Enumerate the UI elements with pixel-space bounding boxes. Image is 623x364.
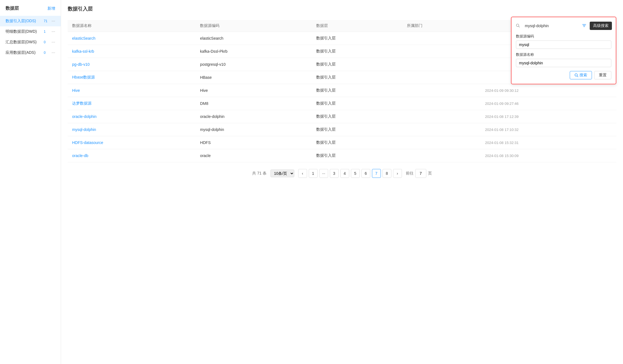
cell-datasource-code: kafka-Dssl-Pkrb bbox=[196, 45, 312, 58]
pagination-total: 共 71 条 bbox=[252, 171, 266, 176]
goto-label: 前往 bbox=[406, 171, 414, 176]
main-content: 数据引入层 bbox=[61, 0, 623, 364]
cell-dept bbox=[402, 71, 481, 84]
cell-datasource-code: HBase bbox=[196, 71, 312, 84]
page-5-button[interactable]: 5 bbox=[351, 169, 360, 178]
table-row: HDFS-datasourceHDFS数据引入层2024-01-08 15:32… bbox=[68, 136, 616, 149]
page-size-select[interactable]: 10条/页 20条/页 50条/页 bbox=[270, 170, 294, 177]
sidebar-item-dws-label: 汇总数据层(DWS) bbox=[6, 40, 37, 45]
page-ellipsis-button: ··· bbox=[319, 169, 328, 178]
table-row: mysql-dolphinmysql-dolphin数据引入层2024-01-0… bbox=[68, 123, 616, 136]
sidebar-add-button[interactable]: 新增 bbox=[47, 6, 55, 11]
sidebar-item-ads-more[interactable]: ··· bbox=[52, 50, 55, 55]
table-row: oracle-dolphinoracle-dolphin数据引入层2024-01… bbox=[68, 110, 616, 123]
cell-layer: 数据引入层 bbox=[312, 58, 402, 71]
sidebar-item-ods[interactable]: 数据引入层(ODS) 71 ··· bbox=[0, 16, 61, 26]
sidebar-item-dws[interactable]: 汇总数据层(DWS) 0 ··· bbox=[0, 37, 61, 47]
sidebar-item-dwd-label: 明细数据层(DWD) bbox=[6, 29, 37, 34]
sidebar-item-dws-more[interactable]: ··· bbox=[52, 40, 55, 45]
page-title: 数据引入层 bbox=[68, 6, 616, 12]
cell-time: 2024-01-08 17:12:39 bbox=[481, 110, 616, 123]
cell-layer: 数据引入层 bbox=[312, 123, 402, 136]
panel-actions: 搜索 重置 bbox=[516, 71, 611, 79]
page-6-button[interactable]: 6 bbox=[361, 169, 370, 178]
cell-datasource-code: oracle-dolphin bbox=[196, 110, 312, 123]
panel-top-row: 高级搜索 bbox=[516, 22, 611, 30]
advanced-search-button[interactable]: 高级搜索 bbox=[590, 22, 612, 30]
sidebar-item-dwd[interactable]: 明细数据层(DWD) 1 ··· bbox=[0, 26, 61, 37]
cell-datasource-name[interactable]: Hive bbox=[68, 84, 196, 97]
cell-dept bbox=[402, 84, 481, 97]
advanced-search-panel: 高级搜索 数据源编码 数据源名称 搜索 重置 bbox=[511, 17, 616, 84]
sidebar-item-dwd-badge: 1 bbox=[44, 30, 49, 34]
col-header-code: 数据源编码 bbox=[196, 20, 312, 32]
sidebar-item-ods-badge: 71 bbox=[44, 19, 49, 23]
cell-layer: 数据引入层 bbox=[312, 84, 402, 97]
datasource-code-input[interactable] bbox=[516, 41, 611, 49]
datasource-name-input[interactable] bbox=[516, 59, 611, 67]
cell-dept bbox=[402, 123, 481, 136]
svg-line-1 bbox=[519, 26, 520, 27]
cell-layer: 数据引入层 bbox=[312, 45, 402, 58]
cell-datasource-name[interactable]: 达梦数据源 bbox=[68, 97, 196, 110]
datasource-code-label: 数据源编码 bbox=[516, 34, 611, 39]
cell-dept bbox=[402, 45, 481, 58]
table-row: 达梦数据源DM8数据引入层2024-01-09 09:27:46 bbox=[68, 97, 616, 110]
page-7-button[interactable]: 7 bbox=[372, 169, 381, 178]
panel-reset-button[interactable]: 重置 bbox=[594, 71, 611, 79]
cell-time: 2024-01-08 15:32:31 bbox=[481, 136, 616, 149]
cell-datasource-code: postgresql-v10 bbox=[196, 58, 312, 71]
page-goto: 前往 页 bbox=[406, 169, 432, 178]
cell-dept bbox=[402, 97, 481, 110]
datasource-name-label: 数据源名称 bbox=[516, 52, 611, 57]
cell-datasource-name[interactable]: mysql-dolphin bbox=[68, 123, 196, 136]
cell-datasource-name[interactable]: oracle-db bbox=[68, 149, 196, 162]
cell-time: 2024-01-09 09:27:46 bbox=[481, 97, 616, 110]
filter-icon[interactable] bbox=[582, 23, 586, 29]
page-4-button[interactable]: 4 bbox=[340, 169, 349, 178]
cell-time: 2024-01-08 17:10:32 bbox=[481, 123, 616, 136]
cell-layer: 数据引入层 bbox=[312, 149, 402, 162]
sidebar-item-ads-badge: 0 bbox=[44, 51, 49, 55]
col-header-dept: 所属部门 bbox=[402, 20, 481, 32]
panel-search-button[interactable]: 搜索 bbox=[570, 71, 592, 79]
search-icon bbox=[516, 24, 520, 28]
cell-datasource-code: Hive bbox=[196, 84, 312, 97]
sidebar-header: 数据层 新增 bbox=[0, 6, 61, 16]
sidebar-item-ods-more[interactable]: ··· bbox=[52, 19, 55, 24]
cell-dept bbox=[402, 136, 481, 149]
page-8-button[interactable]: 8 bbox=[383, 169, 391, 178]
cell-layer: 数据引入层 bbox=[312, 136, 402, 149]
sidebar-item-dwd-more[interactable]: ··· bbox=[52, 29, 55, 34]
search-input[interactable] bbox=[522, 22, 578, 30]
sidebar-item-ads[interactable]: 应用数据层(ADS) 0 ··· bbox=[0, 47, 61, 58]
sidebar: 数据层 新增 数据引入层(ODS) 71 ··· 明细数据层(DWD) 1 ··… bbox=[0, 0, 61, 364]
cell-layer: 数据引入层 bbox=[312, 97, 402, 110]
next-page-button[interactable]: › bbox=[393, 169, 402, 178]
svg-line-3 bbox=[577, 76, 578, 77]
goto-input[interactable] bbox=[415, 169, 426, 178]
cell-datasource-name[interactable]: Hbase数据源 bbox=[68, 71, 196, 84]
page-unit: 页 bbox=[428, 171, 432, 176]
cell-datasource-name[interactable]: pg-db-v10 bbox=[68, 58, 196, 71]
sidebar-title: 数据层 bbox=[6, 6, 19, 11]
cell-dept bbox=[402, 110, 481, 123]
cell-time: 2024-01-08 15:30:09 bbox=[481, 149, 616, 162]
col-header-name: 数据源名称 bbox=[68, 20, 196, 32]
cell-datasource-code: mysql-dolphin bbox=[196, 123, 312, 136]
cell-datasource-code: HDFS bbox=[196, 136, 312, 149]
page-3-button[interactable]: 3 bbox=[330, 169, 339, 178]
sidebar-item-ads-label: 应用数据层(ADS) bbox=[6, 50, 36, 55]
page-1-button[interactable]: 1 bbox=[309, 169, 318, 178]
cell-dept bbox=[402, 58, 481, 71]
cell-datasource-code: DM8 bbox=[196, 97, 312, 110]
cell-layer: 数据引入层 bbox=[312, 71, 402, 84]
cell-datasource-name[interactable]: elasticSearch bbox=[68, 32, 196, 45]
cell-datasource-name[interactable]: oracle-dolphin bbox=[68, 110, 196, 123]
cell-time: 2024-01-09 09:30:12 bbox=[481, 84, 616, 97]
cell-datasource-name[interactable]: kafka-ssl-krb bbox=[68, 45, 196, 58]
cell-dept bbox=[402, 149, 481, 162]
cell-dept bbox=[402, 32, 481, 45]
cell-datasource-name[interactable]: HDFS-datasource bbox=[68, 136, 196, 149]
prev-page-button[interactable]: ‹ bbox=[298, 169, 307, 178]
